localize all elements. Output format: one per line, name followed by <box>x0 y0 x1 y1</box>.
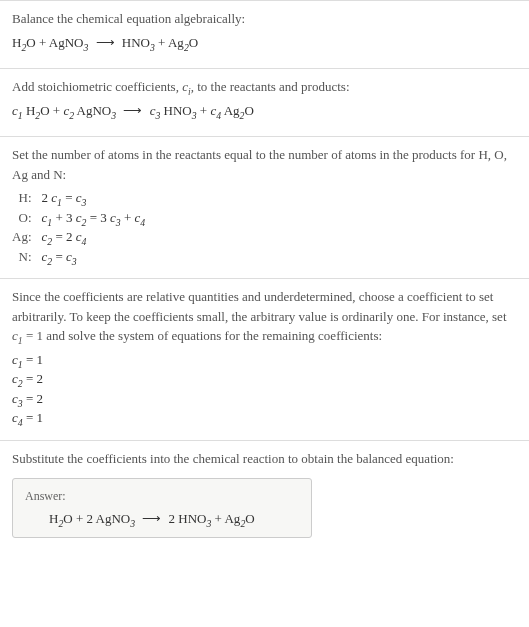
answer-label: Answer: <box>25 487 299 505</box>
atom-row: H: 2 c1 = c3 <box>12 188 145 208</box>
equation-unbalanced: H2O + AgNO3 ⟶ HNO3 + Ag2O <box>12 33 517 53</box>
atom-label: N: <box>12 247 42 267</box>
atom-row: N: c2 = c3 <box>12 247 145 267</box>
atom-equation: 2 c1 = c3 <box>42 188 146 208</box>
atom-label: Ag: <box>12 227 42 247</box>
section-atom-equations: Set the number of atoms in the reactants… <box>0 136 529 278</box>
coeff-value: c4 = 1 <box>12 408 517 428</box>
atom-label: O: <box>12 208 42 228</box>
section-balance-intro: Balance the chemical equation algebraica… <box>0 0 529 68</box>
intro-text: Since the coefficients are relative quan… <box>12 287 517 346</box>
atom-label: H: <box>12 188 42 208</box>
section-answer: Substitute the coefficients into the che… <box>0 440 529 550</box>
section-stoichiometric: Add stoichiometric coefficients, ci, to … <box>0 68 529 136</box>
coeff-value: c1 = 1 <box>12 350 517 370</box>
answer-equation: H2O + 2 AgNO3 ⟶ 2 HNO3 + Ag2O <box>25 509 299 529</box>
intro-text: Add stoichiometric coefficients, ci, to … <box>12 77 517 97</box>
coeff-value: c3 = 2 <box>12 389 517 409</box>
coefficient-list: c1 = 1 c2 = 2 c3 = 2 c4 = 1 <box>12 350 517 428</box>
atom-equation: c2 = 2 c4 <box>42 227 146 247</box>
intro-text: Balance the chemical equation algebraica… <box>12 9 517 29</box>
answer-box: Answer: H2O + 2 AgNO3 ⟶ 2 HNO3 + Ag2O <box>12 478 312 538</box>
atom-equation: c1 + 3 c2 = 3 c3 + c4 <box>42 208 146 228</box>
atom-row: O: c1 + 3 c2 = 3 c3 + c4 <box>12 208 145 228</box>
intro-text: Set the number of atoms in the reactants… <box>12 145 517 184</box>
equation-with-coeffs: c1 H2O + c2 AgNO3 ⟶ c3 HNO3 + c4 Ag2O <box>12 101 517 121</box>
section-solve-coeffs: Since the coefficients are relative quan… <box>0 278 529 440</box>
atom-row: Ag: c2 = 2 c4 <box>12 227 145 247</box>
atom-equation: c2 = c3 <box>42 247 146 267</box>
coeff-value: c2 = 2 <box>12 369 517 389</box>
intro-text: Substitute the coefficients into the che… <box>12 449 517 469</box>
atom-equations-table: H: 2 c1 = c3 O: c1 + 3 c2 = 3 c3 + c4 Ag… <box>12 188 145 266</box>
